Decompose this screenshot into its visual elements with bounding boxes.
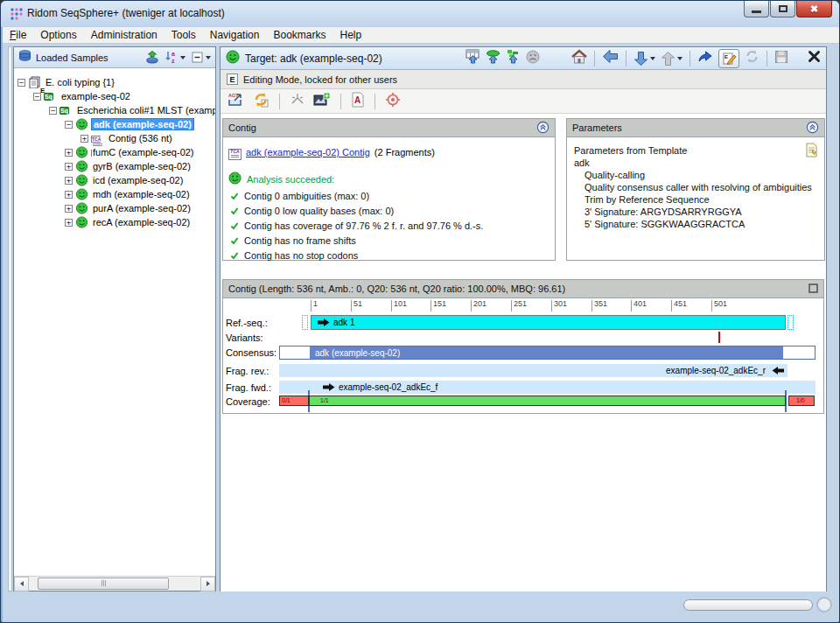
tree-item-icd[interactable]: icd (example-seq-02)	[14, 173, 215, 187]
coverage-low-left[interactable]: 0/1	[279, 396, 309, 406]
scroll-left-button[interactable]	[14, 577, 29, 592]
close-target-button[interactable]	[808, 50, 821, 66]
maximize-icon	[779, 5, 788, 12]
contig-viewer-title: Contig (Length: 536 nt, Amb.: 0, Q20: 53…	[228, 284, 565, 294]
menu-tools[interactable]: Tools	[164, 29, 203, 41]
upload-antenna-button[interactable]	[486, 49, 500, 67]
check-item: Contig has no stop codons	[230, 250, 550, 261]
smiley-ok-icon	[75, 216, 88, 228]
ruler-tick: 351	[592, 300, 592, 312]
sort-button[interactable]: a z	[165, 51, 186, 64]
tree-item-adk[interactable]: adk (example-seq-02)	[14, 117, 215, 131]
back-button[interactable]	[602, 49, 619, 67]
collapse-all-button[interactable]	[192, 52, 211, 64]
edit-toolbar: AGT	[220, 89, 826, 114]
ref-left-handle[interactable]	[302, 315, 308, 330]
import-samples-button[interactable]	[145, 51, 159, 64]
ruler-tick: 251	[511, 300, 512, 312]
target-header: Target: adk (example-seq-02)	[220, 47, 826, 70]
go-down-button[interactable]	[634, 51, 655, 66]
check-icon	[230, 192, 239, 200]
parameters-header: Parameters	[567, 119, 824, 137]
collapse-caret-icon	[206, 56, 211, 60]
window-title: Ridom SeqSphere+ (tweniger at localhost)	[27, 7, 225, 19]
maximize-viewer-button[interactable]	[808, 284, 818, 295]
expander-icon[interactable]	[80, 135, 88, 143]
expander-icon[interactable]	[65, 121, 73, 129]
ruler-tick: 401	[631, 300, 632, 312]
ref-right-handle[interactable]	[788, 315, 794, 330]
menu-help[interactable]: Help	[333, 29, 369, 41]
expander-icon[interactable]	[49, 107, 57, 115]
submit-table-button[interactable]	[466, 49, 480, 67]
expander-icon[interactable]	[65, 177, 73, 185]
coverage-ok-segment[interactable]: 1/1	[309, 396, 786, 406]
tree-item-task[interactable]: Sq Escherichia coli#1 MLST (exampl	[14, 103, 215, 117]
scroll-right-button[interactable]	[200, 577, 215, 592]
tree-item-fumC[interactable]: fumC (example-seq-02)	[14, 145, 215, 159]
smiley-fail-icon	[526, 50, 540, 67]
menu-bookmarks[interactable]: Bookmarks	[266, 29, 332, 41]
menu-navigation[interactable]: Navigation	[203, 29, 267, 41]
tree-item-sample[interactable]: Sq E example-seq-02	[14, 89, 215, 103]
tree-item-recA[interactable]: recA (example-seq-02)	[14, 215, 215, 229]
tree-item-mdh[interactable]: mdh (example-seq-02)	[14, 187, 215, 201]
minimize-button[interactable]	[744, 1, 769, 18]
tree-item-gyrB[interactable]: gyrB (example-seq-02)	[14, 159, 215, 173]
maximize-button[interactable]	[770, 1, 795, 18]
close-icon: ✖	[810, 4, 818, 15]
edit-mode-toggle[interactable]: E	[718, 49, 739, 68]
collapse-contig-button[interactable]	[536, 121, 550, 136]
coverage-low-right[interactable]: 1/0	[788, 396, 815, 406]
expander-icon[interactable]	[65, 163, 73, 171]
menu-options[interactable]: Options	[33, 29, 83, 41]
target-panel: Target: adk (example-seq-02)	[220, 46, 827, 592]
expander-icon[interactable]	[65, 205, 73, 213]
expander-icon[interactable]	[65, 149, 73, 157]
reference-sequence-bar[interactable]: adk 1	[311, 315, 786, 330]
coverage-label: Coverage:	[226, 396, 270, 407]
scrollbar-track[interactable]	[29, 577, 200, 592]
expander-icon[interactable]	[18, 79, 25, 87]
go-up-button[interactable]	[661, 51, 682, 66]
left-dock-strip[interactable]	[8, 46, 12, 592]
consensus-track[interactable]: adk (example-seq-02)	[279, 346, 816, 360]
contig-viewer-canvas[interactable]: 1 51 101 151 201 251 301 351 401 451 501…	[223, 298, 823, 413]
menu-administration[interactable]: Administration	[84, 29, 164, 41]
contig-link[interactable]: adk (example-seq-02) Contig	[246, 147, 370, 158]
scrollbar-thumb[interactable]	[38, 578, 169, 590]
tree-horizontal-scrollbar[interactable]	[14, 576, 215, 591]
expander-icon[interactable]	[65, 191, 73, 199]
title-bar[interactable]: Ridom SeqSphere+ (tweniger at localhost)…	[1, 1, 839, 27]
expander-icon[interactable]	[65, 219, 73, 227]
tree-label: mdh (example-seq-02)	[91, 189, 192, 200]
template-doc-icon[interactable]	[805, 143, 819, 159]
fragment-reverse-bar[interactable]: example-seq-02_adkEc_r	[279, 364, 788, 377]
consensus-bar[interactable]: adk (example-seq-02)	[310, 346, 783, 359]
close-button[interactable]: ✖	[796, 1, 832, 18]
fragment-forward-name: example-seq-02_adkEc_f	[339, 382, 438, 392]
fragment-forward-bar[interactable]: example-seq-02_adkEc_f	[279, 381, 816, 394]
split-view-button[interactable]	[290, 92, 305, 111]
home-button[interactable]	[571, 49, 587, 67]
app-logo-icon	[10, 7, 24, 24]
tree-item-contig[interactable]: TCA Contig (536 nt)	[14, 131, 215, 145]
upload-sequence-button[interactable]	[506, 49, 521, 67]
smiley-ok-icon	[75, 160, 88, 172]
target-content: Contig TCA adk (example-seq-02) Contig	[220, 114, 826, 592]
sample-icon: Sq E	[44, 90, 57, 102]
pdf-export-button[interactable]: A	[351, 92, 365, 111]
tree-label: gyrB (example-seq-02)	[91, 161, 192, 172]
check-item: Contig has no frame shifts	[230, 235, 550, 246]
add-chromatogram-button[interactable]	[313, 92, 331, 111]
tree-label: Contig (536 nt)	[107, 133, 174, 144]
template-name: adk	[574, 158, 817, 168]
collapse-parameters-button[interactable]	[806, 121, 819, 136]
progress-bar	[683, 599, 813, 611]
menu-file[interactable]: File	[3, 29, 33, 41]
reload-fragments-button[interactable]	[253, 92, 270, 111]
forward-task-button[interactable]	[697, 49, 713, 67]
export-sequence-button[interactable]: AGT	[228, 92, 245, 111]
tree-item-purA[interactable]: purA (example-seq-02)	[14, 201, 215, 215]
variant-marker[interactable]	[718, 332, 720, 343]
